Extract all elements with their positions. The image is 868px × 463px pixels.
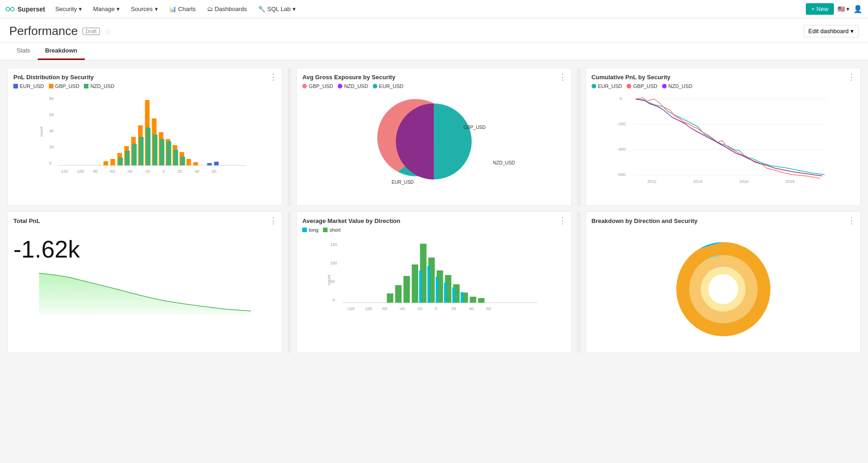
svg-text:0: 0 [49, 161, 52, 165]
pnl-dist-title: PnL Distribution by Security [13, 74, 276, 81]
svg-rect-89 [436, 277, 439, 303]
cumulative-legend: EUR_USD GBP_USD NZD_USD [592, 83, 855, 89]
svg-text:EUR_USD: EUR_USD [392, 180, 414, 185]
legend-nzd: NZD_USD [338, 83, 368, 89]
svg-rect-84 [387, 293, 393, 303]
svg-text:count: count [327, 275, 331, 285]
svg-text:-600: -600 [617, 172, 625, 177]
svg-text:60: 60 [212, 169, 217, 174]
svg-rect-90 [444, 283, 447, 303]
legend-eur: EUR_USD [373, 83, 404, 89]
svg-text:2014: 2014 [693, 179, 702, 184]
svg-text:60: 60 [49, 112, 54, 117]
svg-text:60: 60 [487, 306, 491, 311]
language-selector[interactable]: 🇺🇸 ▾ [838, 6, 850, 12]
avg-gross-panel: Avg Gross Exposure by Security ⋮ GBP_USD… [296, 68, 571, 206]
total-pnl-panel: Total PnL ⋮ -1.62k [7, 211, 282, 353]
svg-text:0: 0 [163, 169, 165, 174]
svg-text:-120: -120 [346, 306, 355, 311]
avg-gross-legend: GBP_USD NZD_USD EUR_USD [302, 83, 565, 89]
svg-text:20: 20 [49, 145, 54, 149]
svg-text:150: 150 [330, 242, 337, 247]
nav-dashboards[interactable]: 🗂 Dashboards [202, 0, 252, 18]
brand-logo [6, 6, 15, 12]
svg-text:40: 40 [49, 129, 54, 133]
nav-sqllab[interactable]: 🔧 SQL Lab ▾ [253, 0, 300, 18]
svg-text:2016: 2016 [739, 179, 748, 184]
legend-eurusd: EUR_USD [13, 83, 44, 89]
nav-charts[interactable]: 📊 Charts [164, 0, 200, 18]
svg-text:2012: 2012 [647, 179, 656, 184]
svg-rect-92 [461, 292, 463, 303]
nav-security[interactable]: Security ▾ [51, 0, 87, 18]
svg-text:0: 0 [619, 96, 622, 101]
tab-breakdown[interactable]: Breakdown [38, 42, 85, 60]
legend-gbpusd: GBP_USD [49, 83, 80, 89]
svg-rect-33 [146, 128, 151, 165]
pnl-dist-menu[interactable]: ⋮ [269, 73, 277, 81]
svg-rect-86 [470, 297, 476, 303]
svg-rect-43 [214, 162, 219, 165]
svg-text:100: 100 [330, 261, 337, 265]
draft-badge: Draft [82, 28, 100, 35]
avg-market-panel: Average Market Value by Direction ⋮ long… [296, 211, 571, 353]
svg-point-0 [6, 7, 10, 11]
svg-rect-40 [174, 150, 178, 165]
svg-text:40: 40 [195, 169, 199, 174]
avg-market-title: Average Market Value by Direction [302, 217, 565, 224]
dashboard: PnL Distribution by Security ⋮ EUR_USD G… [0, 60, 868, 360]
svg-rect-35 [139, 137, 144, 165]
navbar: Superset Security ▾ Manage ▾ Sources ▾ 📊… [0, 0, 868, 18]
svg-text:-60: -60 [109, 169, 115, 174]
svg-rect-31 [104, 161, 108, 165]
svg-text:-20: -20 [144, 169, 150, 174]
svg-text:0: 0 [435, 306, 437, 311]
brand-label: Superset [18, 6, 45, 13]
svg-rect-41 [118, 158, 123, 165]
avg-market-legend: long short [302, 227, 565, 233]
avg-gross-chart: GBP_USD NZD_USD EUR_USD EUR_USD [302, 91, 565, 192]
svg-text:20: 20 [452, 306, 456, 311]
svg-text:80: 80 [49, 96, 54, 101]
pnl-distribution-panel: PnL Distribution by Security ⋮ EUR_USD G… [7, 68, 282, 206]
nav-sources[interactable]: Sources ▾ [126, 0, 163, 18]
svg-text:-400: -400 [617, 147, 625, 152]
new-button[interactable]: + New [806, 3, 834, 15]
svg-rect-80 [404, 276, 410, 303]
svg-rect-44 [207, 163, 212, 165]
dashboard-row-1: PnL Distribution by Security ⋮ EUR_USD G… [7, 68, 861, 206]
dashboard-row-2: Total PnL ⋮ -1.62k Average Market Value … [7, 211, 861, 353]
pnl-dist-chart: 80 60 40 20 0 count -120 -100 -80 -60 -4… [13, 91, 276, 192]
tab-stats[interactable]: Stats [9, 42, 38, 60]
svg-text:-120: -120 [60, 169, 68, 174]
page-title-area: Performance Draft ☆ [9, 24, 112, 38]
svg-text:2018: 2018 [785, 179, 794, 184]
legend-gbp: GBP_USD [302, 83, 333, 89]
breakdown-menu[interactable]: ⋮ [847, 217, 856, 225]
svg-text:NZD_USD: NZD_USD [493, 160, 515, 165]
total-pnl-sparkline [13, 269, 276, 315]
nav-manage[interactable]: Manage ▾ [88, 0, 124, 18]
tabs-bar: Stats Breakdown [0, 42, 868, 60]
breakdown-title: Breakdown by Direction and Security [592, 217, 855, 224]
svg-text:-100: -100 [76, 169, 84, 174]
total-pnl-menu[interactable]: ⋮ [269, 217, 277, 225]
avg-gross-menu[interactable]: ⋮ [558, 73, 567, 81]
cumulative-menu[interactable]: ⋮ [847, 73, 856, 81]
col-sep-1 [288, 68, 291, 206]
page-title: Performance [9, 24, 78, 38]
svg-rect-93 [419, 270, 422, 303]
user-menu[interactable]: 👤 [853, 5, 862, 13]
avg-market-menu[interactable]: ⋮ [558, 217, 567, 225]
favorite-icon[interactable]: ☆ [105, 26, 112, 36]
edit-dashboard-button[interactable]: Edit dashboard ▾ [803, 25, 859, 37]
legend-nzdusd: NZD_USD [84, 83, 114, 89]
cumulative-chart: 0 -200 -400 -600 2012 2014 2016 2018 [592, 91, 855, 192]
svg-text:-40: -40 [127, 169, 133, 174]
svg-rect-91 [452, 287, 455, 303]
nav-right: + New 🇺🇸 ▾ 👤 [806, 3, 862, 15]
svg-rect-34 [153, 135, 158, 165]
svg-text:-80: -80 [92, 169, 98, 174]
cumulative-title: Cumulative PnL by Security [592, 74, 855, 81]
svg-point-1 [11, 7, 14, 11]
